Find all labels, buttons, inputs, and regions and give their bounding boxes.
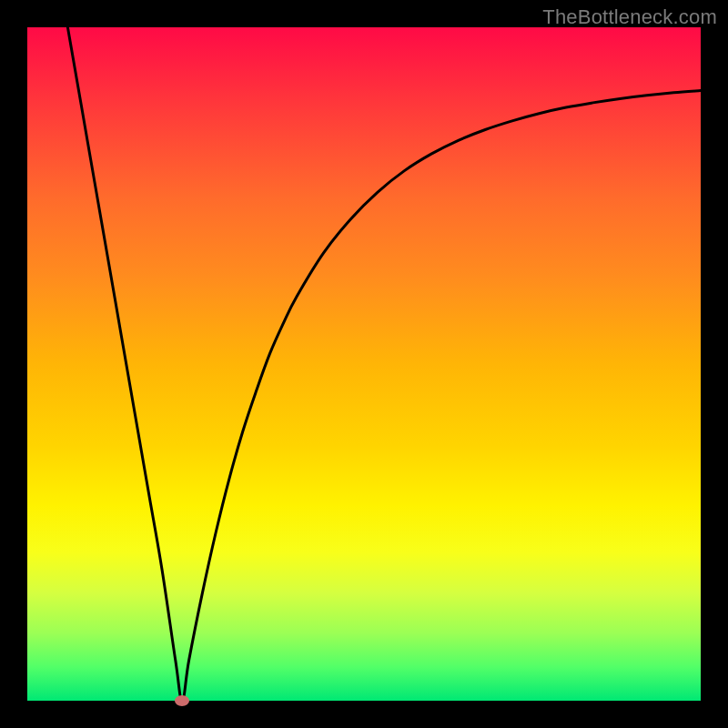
bottleneck-curve bbox=[67, 27, 701, 701]
minimum-marker bbox=[175, 695, 189, 706]
plot-area bbox=[27, 27, 701, 701]
chart-frame: TheBottleneck.com bbox=[0, 0, 728, 728]
watermark-text: TheBottleneck.com bbox=[542, 5, 717, 29]
curve-svg bbox=[27, 27, 701, 701]
